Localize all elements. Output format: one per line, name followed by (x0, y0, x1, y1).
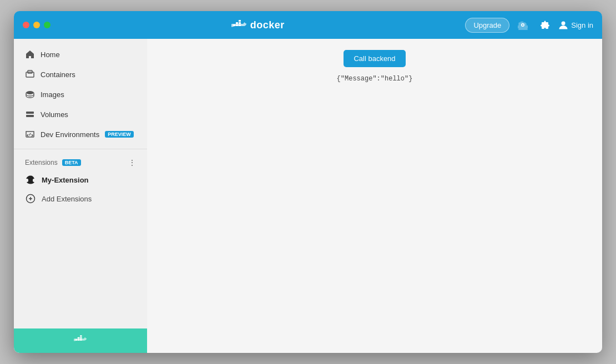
my-extension-icon (25, 174, 36, 185)
svg-point-6 (562, 22, 565, 26)
sidebar-item-home[interactable]: Home (14, 44, 147, 64)
svg-rect-10 (26, 112, 34, 114)
beta-badge: BETA (62, 159, 81, 166)
svg-rect-17 (80, 337, 82, 338)
add-extensions-icon (25, 193, 36, 204)
home-icon (25, 49, 35, 59)
sidebar-nav: Home Containers (14, 39, 147, 328)
sidebar-divider (14, 149, 147, 149)
traffic-lights (23, 22, 51, 28)
extensions-label: Extensions (25, 159, 58, 166)
extensions-settings-button[interactable] (536, 16, 554, 34)
svg-rect-16 (78, 337, 79, 338)
settings-button[interactable] (514, 16, 532, 34)
svg-rect-3 (236, 22, 238, 24)
docker-logo: docker (231, 19, 285, 31)
extension-my-extension[interactable]: My-Extension (25, 170, 136, 189)
sidebar-item-volumes[interactable]: Volumes (14, 104, 147, 124)
containers-icon (25, 69, 35, 79)
preview-badge: PREVIEW (105, 131, 134, 138)
content-area: Call backend {"Message":"hello"} (147, 39, 602, 353)
sidebar-item-containers[interactable]: Containers (14, 64, 147, 84)
dev-environments-icon (25, 129, 35, 139)
volumes-icon (25, 109, 35, 119)
sidebar-item-dev-environments[interactable]: Dev Environments PREVIEW (14, 124, 147, 144)
upgrade-button[interactable]: Upgrade (465, 18, 509, 33)
titlebar-center: docker (51, 19, 465, 31)
titlebar-right: Upgrade Sign in (465, 16, 593, 34)
app-title: docker (250, 19, 285, 31)
svg-rect-11 (26, 115, 34, 117)
svg-point-9 (26, 91, 34, 94)
titlebar: docker Upgrade Sign in (14, 11, 602, 39)
svg-rect-4 (239, 22, 241, 24)
main-layout: Home Containers (14, 39, 602, 353)
footer-whale-icon (74, 334, 87, 348)
sign-in-button[interactable]: Sign in (558, 20, 593, 30)
minimize-button[interactable] (33, 22, 40, 28)
sidebar-footer (14, 328, 147, 353)
maximize-button[interactable] (44, 22, 51, 28)
sidebar: Home Containers (14, 39, 147, 353)
docker-whale-icon (231, 19, 247, 31)
close-button[interactable] (23, 22, 29, 28)
app-window: docker Upgrade Sign in (14, 11, 602, 353)
images-icon (25, 89, 35, 99)
response-text: {"Message":"hello"} (158, 75, 591, 83)
sidebar-item-images[interactable]: Images (14, 84, 147, 104)
extensions-more-button[interactable]: ⋮ (128, 158, 136, 167)
gear-icon (518, 20, 528, 30)
svg-rect-18 (80, 335, 82, 337)
call-backend-button[interactable]: Call backend (344, 50, 405, 67)
add-extensions-item[interactable]: Add Extensions (25, 189, 136, 208)
puzzle-icon (540, 20, 550, 30)
extensions-header: Extensions BETA ⋮ (25, 158, 136, 167)
extensions-section: Extensions BETA ⋮ My-Extension (14, 154, 147, 213)
svg-rect-5 (239, 20, 241, 22)
user-icon (558, 20, 568, 30)
